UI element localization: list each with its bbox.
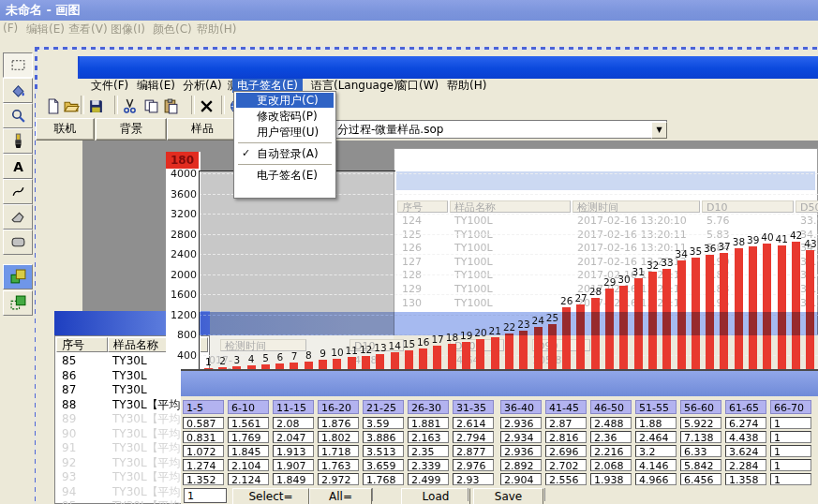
fill-icon [10, 82, 26, 98]
sample-cell: 128 [402, 269, 422, 282]
app-menu-1[interactable]: 文件(F) [86, 79, 133, 93]
menu-item-1[interactable]: 更改用户(C) [236, 93, 334, 108]
results-cell: 2.124 [228, 473, 269, 485]
results-cell: 1.845 [228, 445, 269, 457]
paint-menu-0[interactable]: (F) [3, 22, 18, 35]
paint-menu-3[interactable]: 图像(I) [111, 22, 145, 37]
menu-item-2[interactable]: 修改密码(P) [236, 109, 334, 124]
toolbar-separator [191, 96, 195, 114]
bar-42 [792, 242, 800, 372]
app-toolbar [36, 93, 818, 118]
app-menu-2[interactable]: 编辑(E) [132, 79, 180, 93]
sample-cell: TY100L [454, 297, 493, 310]
menu-item-5[interactable]: ✓自动登录(A) [236, 146, 334, 161]
row-number-input[interactable] [184, 488, 227, 503]
results-col-11-15: 11-15 [273, 400, 314, 414]
app-menu-7[interactable]: 窗口(W) [392, 79, 443, 93]
results-cell: 2.35 [408, 445, 449, 457]
results-cell: 1.876 [318, 417, 359, 429]
save-button[interactable]: Save [473, 488, 543, 504]
tool-polygon[interactable] [3, 204, 33, 230]
sample-cell: TY100L [454, 229, 493, 242]
ytick-label: 2000 [166, 269, 197, 281]
sample-col-2: 检测时间 [573, 200, 700, 213]
app-titlebar [78, 56, 818, 79]
results-col-66-70: 66-70 [770, 400, 811, 414]
results-cell: 2.216 [590, 445, 632, 457]
select-button[interactable]: Select= [232, 488, 309, 504]
button-separator [544, 488, 545, 501]
app-menu-8[interactable]: 帮助(H) [442, 79, 491, 93]
paint-menu-4[interactable]: 颜色(C) [153, 22, 192, 37]
polygon-icon [10, 209, 26, 225]
results-cell: 2.816 [545, 431, 587, 443]
results-cell: 2.556 [545, 473, 587, 485]
toolbar-separator [114, 96, 118, 114]
tool-select[interactable] [3, 52, 33, 78]
results-cell: 1.274 [183, 459, 224, 471]
load-button[interactable]: Load [401, 488, 470, 504]
results-cell: 2.904 [500, 473, 542, 485]
rounded-rect-icon [10, 234, 26, 250]
sample-col-3: D10 [702, 200, 794, 213]
app-menubar: 文件(F)编辑(E)分析(A)测试(M)电子签名(E)语言(Language)窗… [81, 79, 818, 93]
results-cell: 3.886 [363, 431, 404, 443]
paint-menu-5[interactable]: 帮助(H) [197, 22, 236, 37]
all-button[interactable]: All= [309, 488, 372, 504]
button-separator [372, 488, 373, 501]
bar-22 [505, 334, 513, 372]
tool-curve[interactable] [3, 179, 33, 204]
ytick-label: 2400 [166, 248, 197, 260]
tool-rounded-rect[interactable] [3, 230, 33, 255]
command-button-1[interactable]: 联机 [36, 118, 95, 141]
toolbar-cut-button[interactable] [120, 96, 139, 115]
left-col-index: 序号 [56, 337, 108, 352]
sample-col-1: 样品名称 [450, 200, 571, 213]
sample-row[interactable]: 124TY100L2017-02-16 13:20:105.7633.96 [394, 215, 816, 229]
results-cell: 3.2 [635, 445, 677, 457]
menu-item-7[interactable]: 电子签名(E) [236, 168, 334, 183]
combobox-dropdown-arrow-icon[interactable]: ▼ [651, 122, 667, 139]
results-cell: 3.659 [363, 459, 404, 471]
ytick-label: 3600 [166, 188, 197, 200]
results-cell: 1.881 [408, 417, 449, 429]
bar-41 [778, 245, 786, 372]
toolbar-new-button[interactable] [43, 96, 62, 115]
results-window-titlebar [181, 371, 818, 396]
toolbar-save-button[interactable] [86, 96, 105, 115]
results-col-21-25: 21-25 [363, 400, 404, 414]
toolbar-copy-button[interactable] [141, 96, 160, 115]
tool-text[interactable]: A [3, 154, 33, 179]
results-cell: 6.33 [680, 445, 721, 457]
results-cell: 1.768 [363, 473, 404, 485]
results-cell: 2.614 [453, 417, 494, 429]
results-cell: 1.913 [273, 445, 314, 457]
results-cell: 1.907 [273, 459, 314, 471]
results-cell: 1 [770, 445, 811, 457]
bar-38 [735, 248, 743, 372]
sop-combobox[interactable]: 分过程-微量样品.sop [333, 120, 667, 139]
paint-menu-1[interactable]: 编辑(E) [26, 22, 65, 37]
tool-brush[interactable] [3, 128, 33, 154]
toolbar-open-button[interactable] [62, 96, 81, 115]
results-cell: 4.438 [725, 431, 766, 443]
results-cell: 2.794 [453, 431, 494, 443]
bar-label-43: 43 [802, 238, 818, 249]
tool-option-paste-transparent[interactable] [3, 290, 33, 316]
results-cell: 2.36 [590, 431, 632, 443]
ytick-label: 1600 [166, 289, 197, 301]
menu-item-3[interactable]: 用户管理(U) [236, 125, 334, 140]
command-button-3[interactable]: 样品 [167, 118, 238, 141]
paint-menu-2[interactable]: 查看(V) [68, 22, 108, 37]
tool-fill[interactable] [3, 78, 33, 103]
results-cell: 3.513 [363, 445, 404, 457]
tool-magnifier[interactable] [3, 103, 33, 128]
results-cell: 2.104 [228, 459, 269, 471]
tool-option-paste-opaque[interactable] [3, 264, 33, 289]
sample-cell: 127 [402, 256, 422, 269]
command-button-2[interactable]: 背景 [96, 118, 167, 141]
results-cell: 1.358 [725, 473, 766, 485]
toolbar-paste-button[interactable] [161, 96, 180, 115]
app-menu-3[interactable]: 分析(A) [178, 79, 227, 93]
toolbar-delete-button[interactable] [197, 96, 216, 115]
